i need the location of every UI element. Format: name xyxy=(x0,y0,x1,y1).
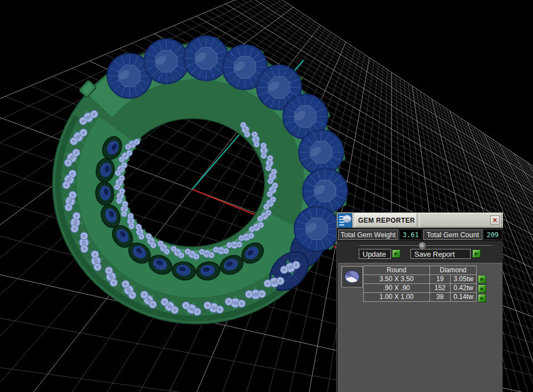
gem-size-cell: .90 X .90 xyxy=(364,284,429,292)
round-gem-icon xyxy=(342,267,362,287)
close-button[interactable]: ✕ xyxy=(490,215,500,225)
gem-reporter-panel: GEM REPORTER ✕ Total Gem Weight 3.61 Tot… xyxy=(336,212,503,392)
gem-row-go-button[interactable]: ▶ xyxy=(478,275,486,283)
report-area: Round Diamond 3.50 X 3.50 19 3.05tw .90 … xyxy=(338,263,502,392)
gem-row-go-button[interactable]: ▶ xyxy=(478,285,486,293)
gem-row-go-button[interactable]: ▶ xyxy=(478,294,486,302)
type-header-cell: Diamond xyxy=(430,266,476,275)
shape-header-cell: Round xyxy=(364,266,429,275)
gem-weight-cell: 3.05tw xyxy=(451,275,476,283)
large-gem xyxy=(184,36,228,81)
large-gem xyxy=(144,39,189,84)
titlebar-drag-area[interactable]: ✕ xyxy=(419,213,502,227)
large-gem xyxy=(303,169,348,213)
panel-mid-section: ▲ Update ▶ Save Report ▶ xyxy=(337,241,503,263)
gem-size-cell: 3.50 X 3.50 xyxy=(364,275,429,283)
close-icon: ✕ xyxy=(492,217,497,223)
total-gem-weight-label: Total Gem Weight xyxy=(338,229,398,240)
save-report-go-button[interactable]: ▶ xyxy=(472,249,481,258)
gem-thumbnail-button[interactable] xyxy=(341,266,363,287)
stats-row: Total Gem Weight 3.61 Total Gem Count 20… xyxy=(337,229,503,241)
gem-count-cell: 38 xyxy=(430,293,450,301)
gem-weight-cell: 0.14tw xyxy=(451,293,476,301)
gem-reporter-icon xyxy=(338,213,353,227)
panel-title: GEM REPORTER xyxy=(355,213,417,227)
gem-count-cell: 19 xyxy=(430,275,450,283)
large-gem xyxy=(295,207,339,251)
gem-weight-cell: 0.42tw xyxy=(451,284,476,292)
total-gem-count-value: 209 xyxy=(483,229,502,240)
gem-count-cell: 152 xyxy=(430,284,450,292)
gem-report-table: Round Diamond 3.50 X 3.50 19 3.05tw .90 … xyxy=(363,266,477,302)
application-window: GEM REPORTER ✕ Total Gem Weight 3.61 Tot… xyxy=(0,0,533,392)
total-gem-count-label: Total Gem Count xyxy=(423,229,482,240)
total-gem-weight-value: 3.61 xyxy=(399,229,422,240)
gem-size-cell: 1.00 X 1.00 xyxy=(364,293,429,301)
update-go-button[interactable]: ▶ xyxy=(392,249,400,258)
panel-titlebar[interactable]: GEM REPORTER ✕ xyxy=(337,213,503,228)
save-report-button[interactable]: Save Report xyxy=(410,249,471,259)
update-button[interactable]: Update xyxy=(359,249,391,259)
large-gem xyxy=(299,130,344,174)
